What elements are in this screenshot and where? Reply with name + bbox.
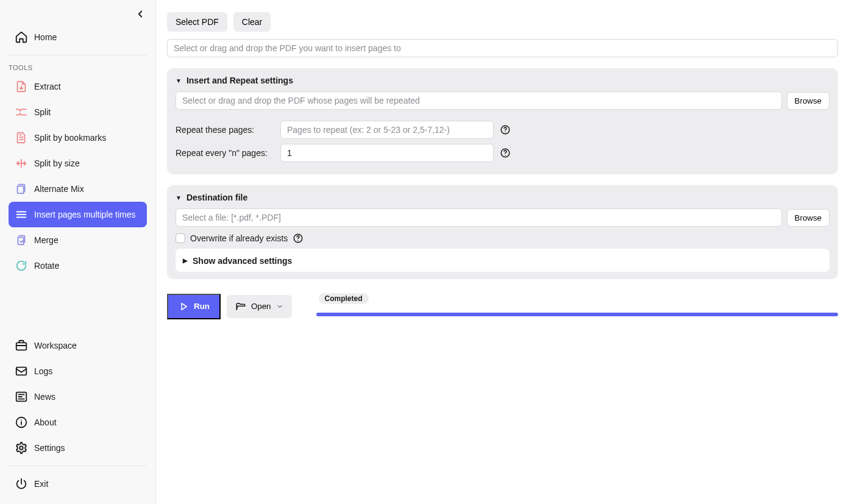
progress-wrapper: Completed: [316, 297, 838, 316]
sidebar-item-split-by-bookmarks[interactable]: Split by bookmarks: [9, 125, 147, 151]
open-label: Open: [251, 302, 271, 311]
sidebar-item-label: Rotate: [34, 261, 59, 271]
overwrite-checkbox[interactable]: [176, 233, 185, 243]
panel-title: Insert and Repeat settings: [186, 76, 293, 85]
settings-icon: [15, 441, 28, 455]
caret-down-icon: ▼: [176, 77, 182, 84]
overwrite-label: Overwrite if already exists: [190, 233, 288, 243]
collapse-sidebar-button[interactable]: [133, 7, 147, 21]
repeat-every-input[interactable]: [280, 144, 494, 162]
sidebar-group-tools: TOOLS: [0, 60, 155, 74]
help-icon[interactable]: [500, 147, 511, 158]
clear-button[interactable]: Clear: [233, 12, 271, 32]
merge-icon: [15, 233, 28, 247]
extract-icon: [15, 80, 28, 93]
sidebar-item-split[interactable]: Split: [9, 99, 147, 125]
sidebar: Home TOOLS Extract Split Split by bookma…: [0, 0, 156, 504]
help-icon[interactable]: [500, 124, 511, 135]
sidebar-item-label: Home: [34, 32, 57, 42]
sidebar-item-label: About: [34, 417, 57, 427]
browse-destination-button[interactable]: Browse: [787, 209, 829, 227]
sidebar-item-alternate-mix[interactable]: Alternate Mix: [9, 176, 147, 202]
destination-file-panel: ▼ Destination file Browse Overwrite if a…: [167, 185, 838, 279]
source-pdf-input[interactable]: [176, 91, 782, 110]
insert-repeat-settings-header[interactable]: ▼ Insert and Repeat settings: [176, 76, 829, 85]
insert-repeat-settings-panel: ▼ Insert and Repeat settings Browse Repe…: [167, 68, 838, 174]
repeat-pages-label: Repeat these pages:: [176, 125, 274, 135]
sidebar-item-label: Alternate Mix: [34, 184, 84, 194]
sidebar-item-label: Settings: [34, 443, 65, 453]
select-pdf-button[interactable]: Select PDF: [167, 12, 227, 32]
sidebar-item-extract[interactable]: Extract: [9, 74, 147, 99]
sidebar-item-label: Split by size: [34, 158, 80, 168]
sidebar-item-label: Split by bookmarks: [34, 133, 106, 143]
rotate-icon: [15, 259, 28, 272]
svg-rect-1: [16, 367, 27, 375]
logs-icon: [15, 364, 28, 378]
divider: [9, 466, 147, 466]
split-by-bookmarks-icon: [15, 131, 28, 144]
caret-down-icon: ▼: [176, 194, 182, 201]
open-button[interactable]: Open: [227, 295, 292, 318]
divider: [9, 55, 147, 55]
sidebar-item-insert-pages-multiple-times[interactable]: Insert pages multiple times: [9, 202, 147, 227]
sidebar-item-merge[interactable]: Merge: [9, 227, 147, 253]
workspace-icon: [15, 339, 28, 352]
split-by-size-icon: [15, 157, 28, 170]
sidebar-item-home[interactable]: Home: [9, 24, 147, 50]
sidebar-item-split-by-size[interactable]: Split by size: [9, 151, 147, 176]
sidebar-item-exit[interactable]: Exit: [9, 471, 147, 497]
main-content: Select PDF Clear ▼ Insert and Repeat set…: [156, 0, 849, 504]
play-icon: [178, 301, 189, 312]
run-label: Run: [194, 302, 210, 311]
sidebar-item-label: Logs: [34, 366, 52, 376]
sidebar-item-label: News: [34, 392, 55, 402]
sidebar-item-settings[interactable]: Settings: [9, 435, 147, 461]
about-icon: [15, 416, 28, 429]
repeat-pages-input[interactable]: [280, 121, 494, 139]
sidebar-item-label: Insert pages multiple times: [34, 210, 136, 219]
power-icon: [15, 477, 28, 491]
repeat-every-label: Repeat every "n" pages:: [176, 148, 274, 158]
advanced-settings-label: Show advanced settings: [193, 256, 292, 266]
panel-title: Destination file: [186, 193, 247, 202]
sidebar-item-label: Merge: [34, 235, 59, 245]
chevron-left-icon: [135, 9, 146, 20]
sidebar-item-workspace[interactable]: Workspace: [9, 333, 147, 358]
target-pdf-input[interactable]: [167, 39, 838, 57]
home-icon: [15, 30, 28, 44]
sidebar-item-label: Workspace: [34, 341, 77, 350]
destination-file-input[interactable]: [176, 208, 782, 227]
chevron-down-icon: [276, 303, 283, 310]
sidebar-item-label: Extract: [34, 82, 61, 91]
svg-point-4: [20, 446, 23, 450]
folder-open-icon: [235, 301, 246, 312]
browse-source-button[interactable]: Browse: [787, 92, 829, 110]
caret-right-icon: ▶: [183, 257, 188, 264]
progress-bar: [316, 313, 838, 316]
svg-rect-0: [16, 343, 27, 350]
sidebar-item-logs[interactable]: Logs: [9, 358, 147, 384]
split-icon: [15, 105, 28, 119]
help-icon[interactable]: [293, 233, 304, 244]
insert-pages-icon: [15, 208, 28, 221]
sidebar-item-about[interactable]: About: [9, 410, 147, 435]
destination-file-header[interactable]: ▼ Destination file: [176, 193, 829, 202]
run-button[interactable]: Run: [167, 294, 221, 319]
show-advanced-settings-toggle[interactable]: ▶ Show advanced settings: [176, 249, 829, 272]
news-icon: [15, 390, 28, 403]
sidebar-item-label: Exit: [34, 479, 48, 489]
sidebar-item-rotate[interactable]: Rotate: [9, 253, 147, 279]
status-badge: Completed: [319, 293, 369, 304]
alternate-mix-icon: [15, 182, 28, 196]
sidebar-item-news[interactable]: News: [9, 384, 147, 410]
sidebar-item-label: Split: [34, 107, 51, 117]
